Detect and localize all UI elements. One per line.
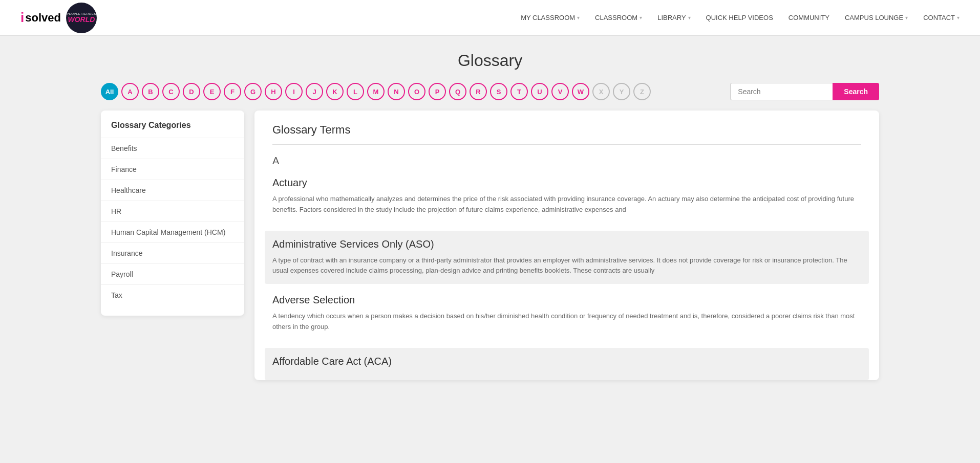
sidebar-item-hcm[interactable]: Human Capital Management (HCM) <box>101 222 244 242</box>
chevron-down-icon: ▾ <box>688 15 691 20</box>
alpha-btn-x[interactable]: X <box>592 83 610 100</box>
glossary-entry-text-aso: A type of contract with an insurance com… <box>272 255 861 277</box>
content-area: Glossary Terms A Actuary A professional … <box>254 111 879 380</box>
alpha-btn-f[interactable]: F <box>224 83 241 100</box>
nav-contact[interactable]: CONTACT ▾ <box>923 14 960 21</box>
alpha-btn-q[interactable]: Q <box>449 83 466 100</box>
alpha-btn-t[interactable]: T <box>510 83 528 100</box>
main-nav: MY CLASSROOM ▾ CLASSROOM ▾ LIBRARY ▾ QUI… <box>521 14 960 21</box>
alpha-btn-d[interactable]: D <box>183 83 200 100</box>
alpha-btn-v[interactable]: V <box>551 83 569 100</box>
logo-area: i solved PEOPLE HEROES WORLD <box>20 3 97 33</box>
alpha-btn-m[interactable]: M <box>367 83 385 100</box>
alpha-btn-k[interactable]: K <box>326 83 344 100</box>
alpha-btn-c[interactable]: C <box>162 83 180 100</box>
chevron-down-icon: ▾ <box>577 15 580 20</box>
letter-divider <box>272 144 861 145</box>
alpha-btn-p[interactable]: P <box>429 83 446 100</box>
sidebar-item-benefits[interactable]: Benefits <box>101 138 244 159</box>
content-title: Glossary Terms <box>272 123 861 137</box>
alpha-btn-i[interactable]: I <box>285 83 303 100</box>
nav-my-classroom[interactable]: MY CLASSROOM ▾ <box>521 14 580 21</box>
chevron-down-icon: ▾ <box>640 15 642 20</box>
sidebar-item-payroll[interactable]: Payroll <box>101 263 244 284</box>
nav-campus-lounge[interactable]: CAMPUS LOUNGE ▾ <box>845 14 908 21</box>
isolved-text: solved <box>25 11 61 25</box>
glossary-entry-title-aca: Affordable Care Act (ACA) <box>272 356 861 367</box>
sidebar-item-insurance[interactable]: Insurance <box>101 242 244 263</box>
sidebar-item-hr[interactable]: HR <box>101 201 244 222</box>
search-input[interactable] <box>730 83 833 100</box>
sidebar-item-tax[interactable]: Tax <box>101 284 244 305</box>
glossary-entry-title-aso: Administrative Services Only (ASO) <box>272 238 861 250</box>
glossary-entry-actuary: Actuary A professional who mathematicall… <box>272 177 861 221</box>
glossary-entry-title-adverse: Adverse Selection <box>272 294 861 306</box>
glossary-entry-text-adverse: A tendency which occurs when a person ma… <box>272 311 861 333</box>
alpha-btn-u[interactable]: U <box>531 83 548 100</box>
sidebar-item-finance[interactable]: Finance <box>101 159 244 180</box>
alpha-btn-o[interactable]: O <box>408 83 425 100</box>
alpha-btn-e[interactable]: E <box>203 83 221 100</box>
alpha-btn-a[interactable]: A <box>121 83 139 100</box>
exclaim-mark: i <box>20 10 24 26</box>
chevron-down-icon: ▾ <box>905 15 908 20</box>
glossary-entry-aso: Administrative Services Only (ASO) A typ… <box>265 231 869 284</box>
alpha-btn-j[interactable]: J <box>306 83 323 100</box>
sidebar: Glossary Categories Benefits Finance Hea… <box>101 111 244 380</box>
world-logo: PEOPLE HEROES WORLD <box>66 3 97 33</box>
alpha-btn-l[interactable]: L <box>347 83 364 100</box>
alpha-btn-s[interactable]: S <box>490 83 507 100</box>
alpha-letters: All A B C D E F G H I J K L M N O P Q R … <box>101 83 651 100</box>
alpha-btn-b[interactable]: B <box>142 83 159 100</box>
main-layout: Glossary Categories Benefits Finance Hea… <box>101 111 879 380</box>
glossary-entry-text-actuary: A professional who mathematically analyz… <box>272 194 861 215</box>
nav-quick-help-videos[interactable]: QUICK HELP VIDEOS <box>706 14 773 21</box>
sidebar-item-healthcare[interactable]: Healthcare <box>101 180 244 201</box>
page-title: Glossary <box>101 51 879 70</box>
alpha-btn-g[interactable]: G <box>244 83 262 100</box>
page-content: Glossary All A B C D E F G H I J K L M N… <box>80 36 900 395</box>
alpha-btn-y[interactable]: Y <box>613 83 630 100</box>
alpha-btn-w[interactable]: W <box>572 83 589 100</box>
nav-community[interactable]: COMMUNITY <box>789 14 829 21</box>
isolved-logo: i solved <box>20 10 61 26</box>
world-text: WORLD <box>68 15 95 24</box>
alpha-btn-z[interactable]: Z <box>633 83 651 100</box>
glossary-entry-title-actuary: Actuary <box>272 177 861 189</box>
nav-classroom[interactable]: CLASSROOM ▾ <box>595 14 642 21</box>
letter-heading-a: A <box>272 155 861 167</box>
glossary-entry-aca: Affordable Care Act (ACA) <box>265 348 869 380</box>
alpha-filter-row: All A B C D E F G H I J K L M N O P Q R … <box>101 83 879 100</box>
alpha-btn-h[interactable]: H <box>265 83 282 100</box>
alpha-btn-r[interactable]: R <box>470 83 487 100</box>
sidebar-card: Glossary Categories Benefits Finance Hea… <box>101 111 244 316</box>
alpha-btn-n[interactable]: N <box>388 83 405 100</box>
sidebar-title: Glossary Categories <box>101 121 244 138</box>
glossary-entry-adverse-selection: Adverse Selection A tendency which occur… <box>272 294 861 338</box>
chevron-down-icon: ▾ <box>957 15 960 20</box>
header: i solved PEOPLE HEROES WORLD MY CLASSROO… <box>0 0 980 36</box>
search-area: Search <box>730 83 879 100</box>
nav-library[interactable]: LIBRARY ▾ <box>657 14 690 21</box>
alpha-btn-all[interactable]: All <box>101 83 118 100</box>
search-button[interactable]: Search <box>833 83 879 100</box>
